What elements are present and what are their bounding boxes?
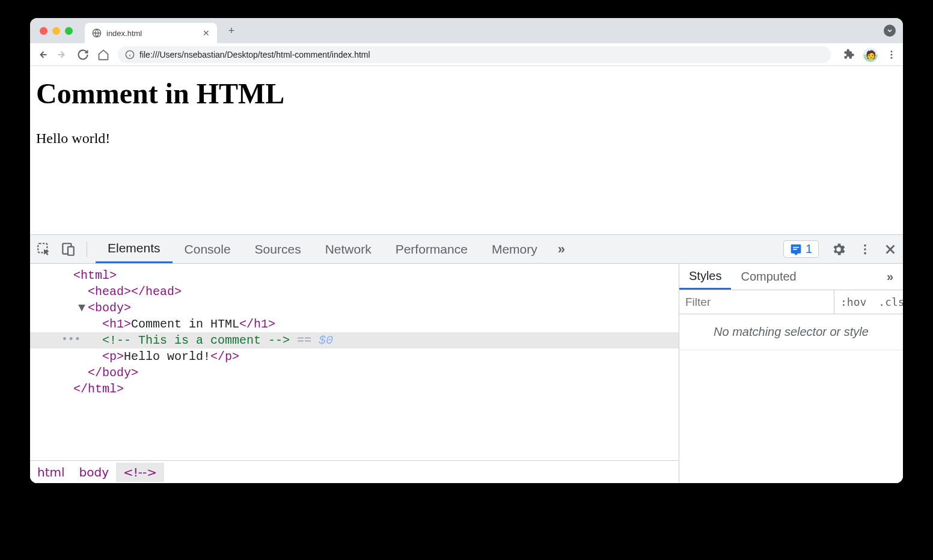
- inspect-element-icon[interactable]: [36, 242, 52, 257]
- devtools-menu-icon[interactable]: [858, 243, 872, 256]
- globe-icon: [92, 28, 102, 38]
- devtools-close-icon[interactable]: [884, 243, 897, 256]
- tab-strip: index.html ✕ +: [30, 18, 903, 43]
- styles-tab-styles[interactable]: Styles: [679, 264, 731, 290]
- device-toolbar-icon[interactable]: [60, 242, 76, 257]
- chrome-menu-button[interactable]: [886, 49, 897, 60]
- elements-panel: <html> <head></head> ▼<body> <h1>Comment…: [30, 264, 679, 483]
- window-maximize-button[interactable]: [65, 27, 73, 35]
- devtools-right-controls: 1: [783, 240, 897, 258]
- home-button[interactable]: [97, 49, 112, 61]
- window-minimize-button[interactable]: [52, 27, 60, 35]
- styles-tabbar: Styles Computed »: [679, 264, 903, 290]
- dom-node-body-close[interactable]: </body>: [30, 365, 679, 381]
- devtools-tabbar: Elements Console Sources Network Perform…: [30, 235, 903, 264]
- window-close-button[interactable]: [40, 27, 47, 35]
- elements-breadcrumb: html body <!--​>: [30, 460, 679, 483]
- dom-node-html-open[interactable]: <html>: [30, 267, 679, 284]
- devtools-tab-network[interactable]: Network: [313, 235, 384, 263]
- nav-back-button[interactable]: [36, 49, 50, 61]
- styles-tabs-overflow[interactable]: »: [877, 270, 903, 284]
- site-info-icon[interactable]: [125, 50, 135, 59]
- reload-button[interactable]: [77, 49, 91, 61]
- new-tab-button[interactable]: +: [223, 22, 240, 39]
- page-heading: Comment in HTML: [36, 77, 897, 110]
- dom-node-comment[interactable]: •••<!-- This is a comment --> == $0: [30, 332, 679, 348]
- devtools-tab-memory[interactable]: Memory: [480, 235, 549, 263]
- page-paragraph: Hello world!: [36, 130, 897, 147]
- dom-tree[interactable]: <html> <head></head> ▼<body> <h1>Comment…: [30, 264, 679, 460]
- svg-point-16: [864, 252, 866, 254]
- devtools-issues-button[interactable]: 1: [783, 240, 819, 258]
- devtools-body: <html> <head></head> ▼<body> <h1>Comment…: [30, 264, 903, 483]
- devtools-tab-elements[interactable]: Elements: [96, 235, 173, 263]
- styles-hov-button[interactable]: :hov: [834, 290, 872, 314]
- issues-count: 1: [806, 242, 812, 256]
- svg-point-6: [891, 50, 893, 52]
- ellipsis-icon[interactable]: •••: [61, 333, 81, 345]
- devtools-settings-icon[interactable]: [831, 242, 846, 257]
- svg-point-15: [864, 248, 866, 251]
- devtools-tab-sources[interactable]: Sources: [243, 235, 313, 263]
- nav-forward-button[interactable]: [57, 49, 71, 61]
- devtools-tab-console[interactable]: Console: [173, 235, 243, 263]
- browser-window: index.html ✕ + file:///Users/nsebastian/…: [30, 18, 903, 483]
- traffic-lights: [40, 27, 73, 35]
- styles-filter-buttons: :hov .cls +: [834, 290, 903, 314]
- dom-node-h1[interactable]: <h1>Comment in HTML</h1>: [30, 316, 679, 332]
- extensions-icon[interactable]: [843, 49, 855, 61]
- styles-no-match: No matching selector or style: [679, 314, 903, 350]
- styles-cls-button[interactable]: .cls: [872, 290, 903, 314]
- browser-tab[interactable]: index.html ✕: [85, 23, 217, 43]
- dom-node-body-open[interactable]: ▼<body>: [30, 300, 679, 316]
- devtools-tabs-overflow[interactable]: »: [549, 242, 574, 257]
- address-bar[interactable]: file:///Users/nsebastian/Desktop/test/ht…: [118, 46, 831, 63]
- svg-point-7: [891, 53, 893, 55]
- svg-point-14: [864, 244, 866, 246]
- svg-rect-12: [793, 246, 799, 248]
- tab-title: index.html: [106, 29, 142, 38]
- page-viewport: Comment in HTML Hello world!: [30, 66, 903, 234]
- caret-down-icon[interactable]: ▼: [78, 301, 85, 315]
- dom-node-head[interactable]: <head></head>: [30, 284, 679, 300]
- url-text: file:///Users/nsebastian/Desktop/test/ht…: [139, 50, 370, 59]
- svg-point-8: [891, 56, 893, 58]
- styles-filter-row: :hov .cls +: [679, 290, 903, 314]
- breadcrumb-comment[interactable]: <!--​>: [116, 463, 164, 482]
- tab-close-button[interactable]: ✕: [203, 28, 210, 38]
- dom-node-p[interactable]: <p>Hello world!</p>: [30, 348, 679, 365]
- window-expand-button[interactable]: [884, 25, 896, 37]
- breadcrumb-html[interactable]: html: [30, 463, 72, 482]
- profile-avatar[interactable]: 🧑: [863, 47, 878, 62]
- devtools-inspect-group: [36, 242, 87, 257]
- toolbar-right: 🧑: [843, 47, 897, 62]
- devtools-panel: Elements Console Sources Network Perform…: [30, 234, 903, 483]
- dom-node-html-close[interactable]: </html>: [30, 381, 679, 397]
- devtools-tab-performance[interactable]: Performance: [384, 235, 480, 263]
- breadcrumb-body[interactable]: body: [72, 463, 116, 482]
- styles-filter-input[interactable]: [679, 290, 834, 314]
- browser-toolbar: file:///Users/nsebastian/Desktop/test/ht…: [30, 43, 903, 66]
- svg-rect-13: [793, 249, 797, 250]
- styles-panel: Styles Computed » :hov .cls + No ma: [679, 264, 903, 483]
- svg-rect-11: [68, 246, 74, 255]
- styles-tab-computed[interactable]: Computed: [731, 264, 806, 290]
